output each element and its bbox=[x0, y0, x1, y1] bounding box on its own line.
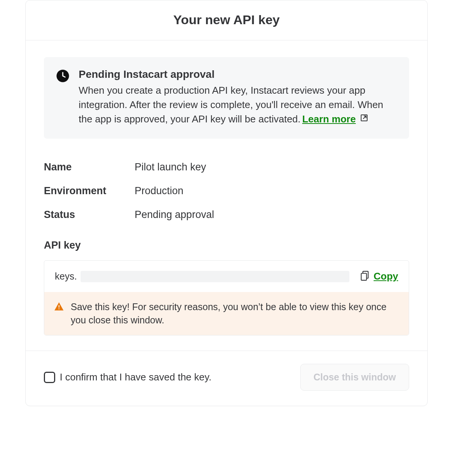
api-key-prefix: keys. bbox=[55, 271, 77, 282]
modal-title: Your new API key bbox=[41, 12, 412, 27]
detail-row-status: Status Pending approval bbox=[44, 203, 409, 227]
save-key-warning: Save this key! For security reasons, you… bbox=[44, 292, 409, 335]
warning-icon bbox=[54, 302, 64, 312]
name-label: Name bbox=[44, 161, 135, 173]
copy-label: Copy bbox=[374, 270, 398, 282]
warning-text: Save this key! For security reasons, you… bbox=[71, 300, 399, 327]
close-window-button[interactable]: Close this window bbox=[300, 364, 409, 391]
api-key-label: API key bbox=[44, 240, 409, 251]
modal-header: Your new API key bbox=[26, 0, 427, 40]
learn-more-link[interactable]: Learn more bbox=[302, 113, 369, 125]
clock-icon bbox=[56, 69, 70, 83]
pending-approval-banner: Pending Instacart approval When you crea… bbox=[44, 57, 409, 139]
confirm-label: I confirm that I have saved the key. bbox=[60, 371, 211, 383]
detail-row-environment: Environment Production bbox=[44, 179, 409, 203]
environment-label: Environment bbox=[44, 185, 135, 197]
copy-key-button[interactable]: Copy bbox=[361, 270, 398, 282]
checkbox-box bbox=[44, 372, 55, 383]
api-key-modal: Your new API key Pending Instacart appro… bbox=[25, 0, 428, 406]
svg-rect-5 bbox=[59, 308, 59, 309]
confirm-saved-checkbox[interactable]: I confirm that I have saved the key. bbox=[44, 371, 211, 383]
api-key-section: API key keys. Copy bbox=[44, 240, 409, 335]
modal-footer: I confirm that I have saved the key. Clo… bbox=[26, 351, 427, 406]
svg-rect-4 bbox=[59, 305, 59, 308]
banner-title: Pending Instacart approval bbox=[79, 68, 397, 80]
copy-icon bbox=[361, 271, 369, 282]
key-details: Name Pilot launch key Environment Produc… bbox=[44, 155, 409, 227]
svg-rect-3 bbox=[361, 273, 366, 280]
environment-value: Production bbox=[135, 185, 183, 197]
external-link-icon bbox=[360, 113, 369, 125]
status-value: Pending approval bbox=[135, 209, 214, 221]
name-value: Pilot launch key bbox=[135, 161, 206, 173]
api-key-redacted bbox=[81, 271, 349, 282]
banner-body: Pending Instacart approval When you crea… bbox=[79, 68, 397, 127]
detail-row-name: Name Pilot launch key bbox=[44, 155, 409, 179]
api-key-box: keys. Copy bbox=[44, 260, 409, 335]
learn-more-label: Learn more bbox=[302, 113, 356, 125]
modal-body: Pending Instacart approval When you crea… bbox=[26, 40, 427, 351]
api-key-row: keys. Copy bbox=[44, 261, 409, 292]
status-label: Status bbox=[44, 209, 135, 221]
